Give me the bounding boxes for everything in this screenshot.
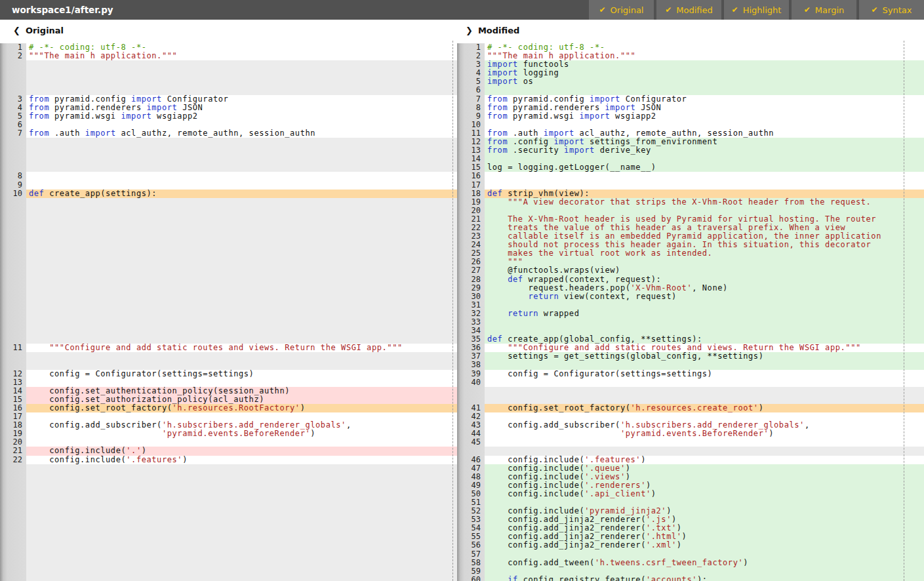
code-line[interactable]: return view(context, request) xyxy=(485,292,924,301)
code-token xyxy=(487,576,508,581)
code-line[interactable] xyxy=(485,550,924,559)
code-line[interactable]: config.include('.') xyxy=(26,447,457,455)
code-line[interactable]: def wrapped(context, request): xyxy=(485,275,924,284)
code-line[interactable] xyxy=(26,438,457,447)
code-line[interactable] xyxy=(485,121,924,129)
code-line[interactable]: def create_app(settings): xyxy=(26,190,457,198)
code-line[interactable]: config = Configurator(settings=settings) xyxy=(485,370,924,378)
toggle-highlight-button[interactable]: ✔Highlight xyxy=(724,0,789,20)
code-line[interactable]: from pyramid.wsgi import wsgiapp2 xyxy=(26,112,457,121)
code-line[interactable]: # -*- coding: utf-8 -*- xyxy=(26,43,457,52)
line-number: 21 xyxy=(457,215,485,224)
code-line[interactable]: import logging xyxy=(485,69,924,77)
code-line[interactable]: from pyramid.renderers import JSON xyxy=(485,104,924,112)
code-line[interactable]: config.set_authorization_policy(acl_auth… xyxy=(26,395,457,404)
code-line[interactable]: """ xyxy=(485,258,924,266)
code-line[interactable]: config.set_authentication_policy(session… xyxy=(26,387,457,395)
code-line[interactable]: """Configure and add static routes and v… xyxy=(26,344,457,352)
code-line[interactable]: from pyramid.config import Configurator xyxy=(485,95,924,104)
code-line[interactable] xyxy=(485,172,924,180)
code-line[interactable] xyxy=(485,361,924,369)
code-line[interactable]: from pyramid.config import Configurator xyxy=(26,95,457,104)
code-line[interactable]: @functools.wraps(view) xyxy=(485,266,924,275)
code-row: 53 config.add_jinja2_renderer('.js') xyxy=(0,515,924,524)
code-line[interactable]: config.include('.features') xyxy=(485,456,924,464)
code-line[interactable]: config.add_jinja2_renderer('.xml') xyxy=(485,541,924,550)
code-line[interactable]: def strip_vhm(view): xyxy=(485,190,924,198)
code-line[interactable] xyxy=(485,301,924,310)
code-line[interactable]: should not process this header again. In… xyxy=(485,241,924,249)
code-line[interactable] xyxy=(485,327,924,335)
code-line[interactable]: from .auth import acl_authz, remote_auth… xyxy=(26,129,457,138)
code-line[interactable]: callable itself is an embedded Pyramid a… xyxy=(485,232,924,241)
code-line[interactable] xyxy=(26,172,457,180)
toggle-syntax-button[interactable]: ✔Syntax xyxy=(859,0,924,20)
code-line[interactable]: config.add_jinja2_renderer('.txt') xyxy=(485,524,924,532)
code-line[interactable] xyxy=(485,207,924,215)
code-line[interactable]: 'pyramid.events.BeforeRender') xyxy=(26,430,457,438)
code-line[interactable] xyxy=(485,86,924,94)
code-line[interactable]: # -*- coding: utf-8 -*- xyxy=(485,43,924,52)
code-line[interactable]: log = logging.getLogger(__name__) xyxy=(485,163,924,172)
toggle-modified-button[interactable]: ✔Modified xyxy=(656,0,721,20)
code-line[interactable]: config.include('.views') xyxy=(485,473,924,481)
code-line[interactable] xyxy=(26,412,457,421)
code-line[interactable]: """Configure and add static routes and v… xyxy=(485,344,924,352)
code-line[interactable]: config.add_tween('h.tweens.csrf_tween_fa… xyxy=(485,559,924,567)
code-line[interactable] xyxy=(485,498,924,507)
code-line[interactable]: """A view decorator that strips the X-Vh… xyxy=(485,198,924,207)
code-line[interactable] xyxy=(26,181,457,190)
code-line[interactable]: config.add_jinja2_renderer('.html') xyxy=(485,532,924,541)
code-line[interactable]: from pyramid.wsgi import wsgiapp2 xyxy=(485,112,924,121)
toggle-margin-button[interactable]: ✔Margin xyxy=(792,0,856,20)
code-line[interactable]: config.include('.features') xyxy=(26,456,457,464)
code-line[interactable]: return wrapped xyxy=(485,310,924,318)
code-line[interactable] xyxy=(26,121,457,129)
modified-line xyxy=(457,395,924,404)
code-line[interactable]: if config.registry.feature('accounts'): xyxy=(485,576,924,581)
code-line[interactable] xyxy=(485,567,924,576)
code-line[interactable]: config = Configurator(settings=settings) xyxy=(26,370,457,378)
code-line[interactable]: import functools xyxy=(485,60,924,69)
code-line[interactable]: config.add_subscriber('h.subscribers.add… xyxy=(485,421,924,430)
toggle-original-button[interactable]: ✔Original xyxy=(589,0,654,20)
code-line[interactable] xyxy=(485,181,924,190)
code-line[interactable]: treats the value of this header as a tra… xyxy=(485,224,924,232)
code-line[interactable] xyxy=(26,378,457,387)
code-line[interactable]: config.add_jinja2_renderer('.js') xyxy=(485,515,924,524)
code-line[interactable]: from .config import settings_from_enviro… xyxy=(485,138,924,146)
code-line[interactable]: from .security import derive_key xyxy=(485,146,924,155)
code-token: pyramid.wsgi xyxy=(49,112,121,121)
code-line[interactable]: def create_app(global_config, **settings… xyxy=(485,335,924,344)
code-line[interactable]: import os xyxy=(485,77,924,86)
original-line xyxy=(0,198,457,207)
code-line[interactable]: 'pyramid.events.BeforeRender') xyxy=(485,430,924,438)
code-line[interactable]: config.set_root_factory('h.resources.cre… xyxy=(485,404,924,412)
code-line[interactable]: config.include('pyramid_jinja2') xyxy=(485,507,924,515)
code-line[interactable] xyxy=(485,378,924,387)
code-line[interactable] xyxy=(485,412,924,421)
code-line[interactable]: makes the virtual root work as intended. xyxy=(485,249,924,258)
code-row: 6 xyxy=(0,86,924,94)
check-icon: ✔ xyxy=(599,5,606,14)
modified-line: 35def create_app(global_config, **settin… xyxy=(457,335,924,344)
code-line[interactable]: config.include('.queue') xyxy=(485,464,924,473)
code-line[interactable]: from pyramid.renderers import JSON xyxy=(26,104,457,112)
code-line[interactable] xyxy=(485,438,924,447)
line-number: 14 xyxy=(0,387,26,395)
code-line[interactable]: """The main h application.""" xyxy=(26,52,457,60)
code-line[interactable]: """The main h application.""" xyxy=(485,52,924,60)
code-line[interactable] xyxy=(485,155,924,163)
code-row: 22 treats the value of this header as a … xyxy=(0,224,924,232)
code-line[interactable]: from .auth import acl_authz, remote_auth… xyxy=(485,129,924,138)
code-line[interactable]: config.include('.api_client') xyxy=(485,490,924,498)
line-number xyxy=(0,198,26,207)
modified-line: 45 xyxy=(457,438,924,447)
code-line[interactable]: request.headers.pop('X-Vhm-Root', None) xyxy=(485,284,924,292)
code-line[interactable]: settings = get_settings(global_config, *… xyxy=(485,352,924,361)
code-line[interactable]: config.add_subscriber('h.subscribers.add… xyxy=(26,421,457,430)
code-line[interactable]: config.set_root_factory('h.resources.Roo… xyxy=(26,404,457,412)
code-line[interactable]: config.include('.renderers') xyxy=(485,481,924,490)
code-line[interactable]: The X-Vhm-Root header is used by Pyramid… xyxy=(485,215,924,224)
code-line[interactable] xyxy=(485,318,924,327)
